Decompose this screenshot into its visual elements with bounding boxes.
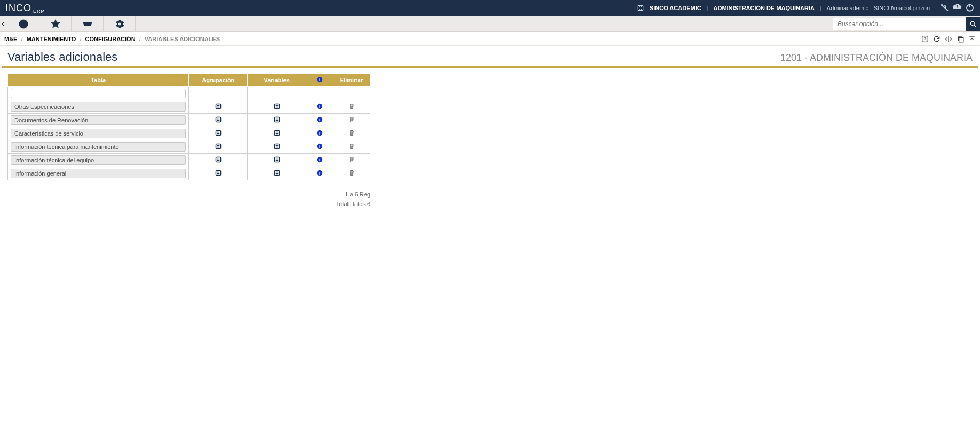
table-row: Información técnica para mantenimientoi xyxy=(8,140,370,154)
th-agrupacion[interactable]: Agrupación xyxy=(189,74,248,87)
variables-button[interactable] xyxy=(274,144,280,151)
brand-name: INCO xyxy=(5,3,31,13)
row-tabla-label[interactable]: Información general xyxy=(11,169,186,178)
topbar-academic-link[interactable]: SINCO ACADEMIC xyxy=(650,5,701,11)
agrupacion-button[interactable] xyxy=(215,171,222,177)
info-button[interactable]: i xyxy=(317,117,323,124)
row-tabla-label[interactable]: Otras Especificaciones xyxy=(11,102,186,112)
svg-text:i: i xyxy=(319,131,320,135)
variables-button[interactable] xyxy=(274,117,280,124)
search-input[interactable] xyxy=(833,18,966,30)
variables-table: Tabla Agrupación Variables i Eliminar Ot… xyxy=(7,73,370,180)
crumb-0[interactable]: M&E xyxy=(4,36,17,42)
svg-rect-1 xyxy=(639,6,640,7)
svg-text:i: i xyxy=(319,145,320,148)
info-button[interactable]: i xyxy=(317,104,323,111)
info-button[interactable]: i xyxy=(317,157,323,164)
popout-icon[interactable] xyxy=(957,35,964,43)
th-variables[interactable]: Variables xyxy=(248,74,306,87)
tools-icon[interactable] xyxy=(939,3,949,13)
filter-tabla-input[interactable] xyxy=(11,89,186,98)
help-cloud-icon[interactable]: ? xyxy=(952,3,962,13)
delete-button[interactable] xyxy=(349,117,355,124)
building-icon[interactable] xyxy=(637,4,644,12)
power-icon[interactable] xyxy=(965,3,975,13)
top-bar: INCOERP SINCO ACADEMIC | ADMINISTRACIÓN … xyxy=(0,0,980,16)
svg-text:i: i xyxy=(319,118,320,122)
info-icon: i xyxy=(317,77,323,84)
row-tabla-label[interactable]: Información técnica del equipo xyxy=(11,155,186,165)
topbar-module-link[interactable]: ADMINISTRACIÓN DE MAQUINARIA xyxy=(714,5,815,11)
info-button[interactable]: i xyxy=(317,144,323,151)
variables-button[interactable] xyxy=(274,171,280,177)
clock-button[interactable] xyxy=(7,16,39,31)
crumb-1[interactable]: MANTENIMIENTO xyxy=(27,36,76,42)
module-button[interactable] xyxy=(72,16,104,31)
settings-button[interactable] xyxy=(104,16,136,31)
row-tabla-label[interactable]: Características de servicio xyxy=(11,129,186,138)
variables-button[interactable] xyxy=(274,104,280,111)
delete-button[interactable] xyxy=(349,171,355,177)
agrupacion-button[interactable] xyxy=(215,117,222,124)
delete-button[interactable] xyxy=(349,157,355,164)
svg-rect-74 xyxy=(216,171,220,176)
svg-point-9 xyxy=(970,21,974,25)
back-button[interactable] xyxy=(0,16,7,31)
collapse-up-icon[interactable] xyxy=(968,35,976,43)
row-tabla-label[interactable]: Información técnica para mantenimiento xyxy=(11,142,186,152)
svg-rect-3 xyxy=(639,9,640,10)
filter-variables-cell xyxy=(248,87,306,100)
breadcrumb: M&E / MANTENIMIENTO / CONFIGURACIÓN / VA… xyxy=(4,36,220,42)
table-row: Características de servicioi xyxy=(8,127,370,140)
pager-range: 1 a 6 Reg xyxy=(7,190,370,200)
svg-text:i: i xyxy=(319,171,320,175)
delete-button[interactable] xyxy=(349,104,355,111)
svg-rect-22 xyxy=(274,104,279,109)
svg-text:i: i xyxy=(319,105,320,108)
svg-rect-55 xyxy=(274,144,279,149)
svg-text:i: i xyxy=(319,78,320,82)
svg-rect-15 xyxy=(959,37,963,42)
svg-rect-4 xyxy=(641,9,642,10)
svg-rect-41 xyxy=(216,131,220,136)
th-eliminar[interactable]: Eliminar xyxy=(333,74,370,87)
delete-button[interactable] xyxy=(349,131,355,137)
pager: 1 a 6 Reg Total Datos 6 xyxy=(7,190,370,209)
svg-rect-44 xyxy=(274,131,279,136)
svg-rect-2 xyxy=(641,6,642,7)
table-row: Información generali xyxy=(8,167,370,180)
topbar-user: Adminacademic - SINCO\maicol.pinzon xyxy=(827,5,930,11)
info-button[interactable]: i xyxy=(317,171,323,177)
pager-total: Total Datos 6 xyxy=(7,200,370,209)
delete-button[interactable] xyxy=(349,144,355,151)
agrupacion-button[interactable] xyxy=(215,131,222,137)
row-tabla-label[interactable]: Documentos de Renovación xyxy=(11,115,186,125)
table-row: Información técnica del equipoi xyxy=(8,154,370,167)
svg-rect-0 xyxy=(638,5,643,10)
search-wrap xyxy=(833,16,980,31)
filter-info-cell xyxy=(306,87,333,100)
page-header: Variables adicionales 1201 - ADMINISTRAC… xyxy=(2,47,978,68)
split-icon[interactable] xyxy=(945,35,952,43)
toolbar xyxy=(0,16,980,32)
svg-rect-33 xyxy=(274,117,279,122)
page-title: Variables adicionales xyxy=(7,50,117,64)
svg-rect-63 xyxy=(216,157,220,162)
favorite-button[interactable] xyxy=(39,16,72,31)
variables-button[interactable] xyxy=(274,131,280,137)
agrupacion-button[interactable] xyxy=(215,157,222,164)
page-tools: ? xyxy=(921,35,976,43)
svg-rect-77 xyxy=(274,171,279,176)
search-button[interactable] xyxy=(966,17,980,31)
crumb-current: VARIABLES ADICIONALES xyxy=(145,36,220,42)
crumb-2[interactable]: CONFIGURACIÓN xyxy=(85,36,136,42)
filter-agrupacion-cell xyxy=(189,87,248,100)
refresh-icon[interactable] xyxy=(933,35,941,43)
variables-button[interactable] xyxy=(274,157,280,164)
th-info[interactable]: i xyxy=(306,74,333,87)
agrupacion-button[interactable] xyxy=(215,104,222,111)
agrupacion-button[interactable] xyxy=(215,144,222,151)
help-icon[interactable]: ? xyxy=(921,35,929,43)
th-tabla[interactable]: Tabla xyxy=(8,74,189,87)
info-button[interactable]: i xyxy=(317,131,323,137)
